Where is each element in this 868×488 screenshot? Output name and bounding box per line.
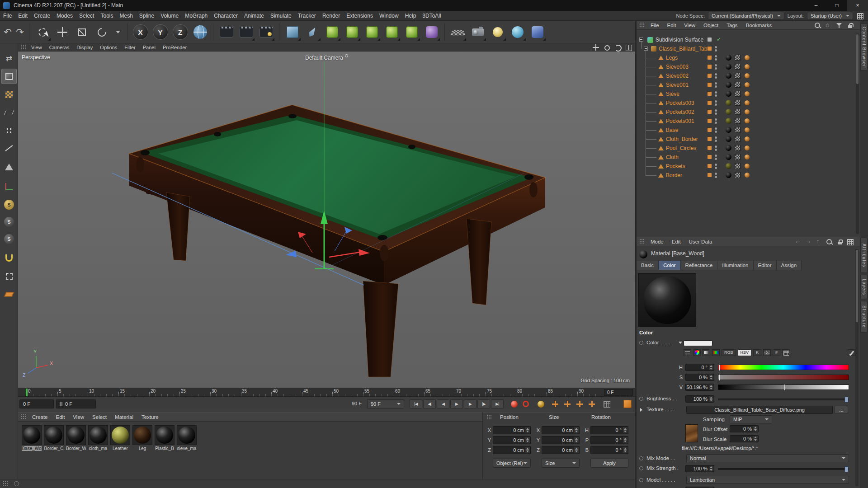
layer-chip[interactable] — [708, 146, 712, 150]
object-row[interactable]: Sieve002 — [637, 71, 854, 80]
gradient-marker[interactable] — [784, 384, 785, 391]
play-button[interactable]: ▶ — [450, 399, 463, 408]
blur-offset-field[interactable]: 0 % — [730, 425, 759, 432]
phong-tag[interactable] — [745, 136, 750, 141]
hex-mode-button[interactable]: # — [773, 349, 780, 356]
scrollbar-thumb[interactable] — [856, 34, 859, 84]
visibility-toggles[interactable] — [715, 55, 717, 61]
scrollbar[interactable] — [856, 33, 859, 234]
panel-grip[interactable] — [3, 481, 8, 487]
saturation-field[interactable]: 0 % — [685, 374, 714, 381]
render-settings-button[interactable] — [257, 23, 275, 42]
mix-mode-dropdown[interactable]: Normal — [686, 454, 849, 462]
playhead[interactable] — [26, 389, 28, 396]
viewport-menu-filter[interactable]: Filter — [121, 45, 139, 50]
layer-chip[interactable] — [708, 65, 712, 69]
objects-menu-tags[interactable]: Tags — [723, 23, 741, 28]
layout-dropdown[interactable]: Startup (User) — [807, 12, 853, 20]
orbit-view-icon[interactable] — [614, 44, 621, 51]
color-wheel-icon[interactable] — [693, 349, 701, 356]
materials-menu-material[interactable]: Material — [111, 414, 137, 420]
expand-arrow-icon[interactable] — [640, 408, 642, 412]
layer-chip[interactable] — [708, 83, 712, 87]
phong-tag[interactable] — [745, 91, 750, 96]
uvw-tag[interactable] — [735, 136, 741, 142]
value-field[interactable]: 50.196 % — [685, 384, 714, 391]
attr-menu-edit[interactable]: Edit — [668, 239, 684, 244]
coordinate-system-button[interactable] — [191, 23, 209, 42]
menu-help[interactable]: Help — [402, 11, 420, 20]
menu-mograph[interactable]: MoGraph — [182, 11, 211, 20]
search-icon[interactable] — [826, 238, 833, 245]
keyframe-dot[interactable] — [639, 341, 643, 345]
uvw-tag[interactable] — [735, 100, 741, 106]
uvw-tag[interactable] — [735, 64, 741, 70]
sweep-generator-button[interactable] — [402, 23, 421, 42]
record-scale-button[interactable] — [563, 400, 572, 408]
mixer-icon[interactable] — [684, 349, 691, 356]
search-icon[interactable] — [814, 22, 821, 29]
uvw-tag[interactable] — [735, 73, 741, 79]
material-tag[interactable] — [726, 163, 731, 169]
menu-render[interactable]: Render — [319, 11, 343, 20]
layer-chip[interactable] — [708, 74, 712, 78]
layer-chip[interactable] — [708, 56, 712, 60]
menu-edit[interactable]: Edit — [15, 11, 31, 20]
viewport-perspective[interactable]: Y X Z Perspective Default Camera Grid Sp… — [18, 52, 635, 388]
phong-tag[interactable] — [745, 109, 750, 114]
material-tag[interactable] — [726, 100, 731, 106]
eyedropper-icon[interactable] — [848, 349, 855, 356]
layout-icon[interactable] — [856, 12, 863, 19]
viewport-canvas[interactable]: Y X Z — [18, 52, 635, 388]
redo-button[interactable] — [14, 23, 25, 42]
material-tag[interactable] — [726, 127, 731, 133]
render-view-button[interactable] — [217, 23, 236, 42]
uvw-tag[interactable] — [735, 82, 741, 88]
workplane-mode-button[interactable] — [1, 105, 17, 120]
panel-grip[interactable] — [486, 414, 491, 420]
spinner[interactable] — [525, 427, 530, 433]
edges-mode-button[interactable] — [1, 141, 17, 156]
lock-icon[interactable] — [836, 238, 843, 245]
phong-tag[interactable] — [745, 64, 750, 69]
title-bar[interactable]: Cinema 4D R21.207 (RC) - [Untitled 2] - … — [0, 0, 868, 11]
snap-button[interactable] — [1, 250, 17, 266]
menu-mesh[interactable]: Mesh — [116, 11, 136, 20]
record-position-button[interactable] — [551, 400, 560, 408]
spinner[interactable] — [574, 427, 579, 433]
slider-thumb[interactable] — [844, 466, 849, 472]
visibility-toggles[interactable] — [715, 145, 717, 152]
menu-modes[interactable]: Modes — [53, 11, 76, 20]
layer-chip[interactable] — [708, 119, 712, 123]
sampling-dropdown[interactable]: MIP — [730, 415, 772, 423]
last-tool-dropdown[interactable] — [113, 23, 123, 42]
phong-tag[interactable] — [745, 82, 750, 87]
spinner[interactable] — [753, 436, 758, 441]
keyframe-dot[interactable] — [639, 478, 643, 482]
brightness-field[interactable]: 100 % — [685, 395, 714, 403]
viewport-solo-single-button[interactable]: S — [1, 214, 17, 230]
menu-file[interactable]: File — [0, 11, 15, 20]
object-row[interactable]: Pockets003 — [637, 99, 854, 108]
visibility-toggles[interactable] — [715, 64, 717, 70]
light-object-button[interactable] — [488, 23, 507, 42]
record-keyframe-button[interactable] — [509, 400, 519, 408]
object-row[interactable]: Sieve003 — [637, 62, 854, 71]
object-row[interactable]: Subdivision Surface — [637, 35, 854, 44]
mix-strength-slider[interactable] — [718, 468, 849, 470]
hue-field[interactable]: 0 ° — [685, 364, 714, 371]
viewport-menu-options[interactable]: Options — [96, 45, 121, 50]
texture-path-field[interactable]: Classic_Billiard_Table_Base_Diffuse.png — [686, 406, 833, 414]
object-row[interactable]: Pockets002 — [637, 108, 854, 117]
model-mode-button[interactable] — [1, 69, 17, 84]
material-tag[interactable] — [726, 154, 731, 160]
materials-menu-edit[interactable]: Edit — [52, 414, 69, 420]
blur-scale-field[interactable]: 0 % — [730, 435, 759, 442]
layer-chip[interactable] — [708, 155, 712, 159]
spinner[interactable] — [623, 447, 627, 453]
keyframe-dot[interactable] — [639, 456, 643, 460]
menu-select[interactable]: Select — [76, 11, 97, 20]
toggle-views-icon[interactable] — [625, 44, 632, 51]
keyframe-selection-button[interactable] — [536, 400, 545, 408]
material-tag[interactable] — [726, 91, 731, 97]
